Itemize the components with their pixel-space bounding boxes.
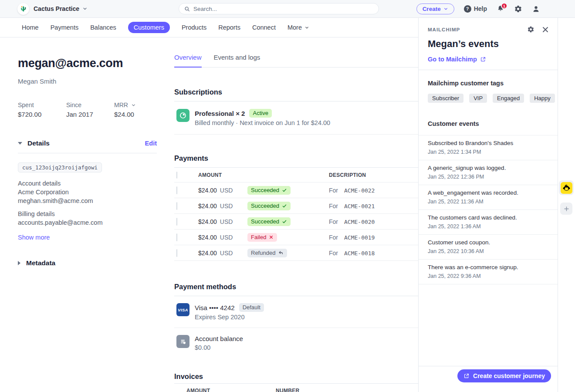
row-checkbox[interactable] [176, 202, 177, 210]
nav-item-connect[interactable]: Connect [252, 24, 276, 31]
check-icon [282, 203, 287, 209]
payment-row[interactable]: $24.00USD Succeeded ForACME-0020 [174, 214, 418, 230]
stat-value: $720.00 [18, 111, 66, 118]
nav-item-products[interactable]: Products [182, 24, 206, 31]
row-checkbox[interactable] [176, 218, 177, 226]
row-checkbox[interactable] [176, 233, 177, 241]
row-checkbox[interactable] [176, 186, 177, 194]
expand-triangle-icon[interactable] [18, 261, 20, 265]
nav-item-customers[interactable]: Customers [128, 22, 170, 33]
card-expiry: Expires Sep 2020 [195, 314, 264, 321]
status-label: Succeeded [251, 187, 279, 194]
visa-icon-text: VISA [178, 308, 188, 312]
payment-methods-heading: Payment methods [174, 282, 418, 291]
mailchimp-app-tile[interactable] [559, 180, 574, 195]
payments-table-header: AMOUNT DESCRIPTION [174, 168, 418, 182]
stat-value: Jan 2017 [66, 111, 114, 118]
chevron-down-icon [443, 7, 448, 11]
create-button[interactable]: Create [416, 3, 454, 14]
user-avatar-icon[interactable] [532, 5, 540, 13]
billing-details-block: Billing details accounts.payable@acme.co… [18, 210, 157, 227]
go-to-mailchimp-link[interactable]: Go to Mailchimp [428, 56, 549, 63]
event-row: The customers card was declined. Jan 25,… [419, 210, 558, 234]
payment-currency: USD [220, 250, 233, 257]
payment-method-row[interactable]: Account balance $0.00 [174, 328, 418, 358]
payment-row[interactable]: $24.00USD Succeeded ForACME-0021 [174, 198, 418, 214]
tab-overview[interactable]: Overview [174, 54, 202, 68]
description-prefix: For [329, 234, 338, 241]
status-label: Succeeded [251, 203, 279, 210]
refund-arrow-icon [278, 250, 284, 256]
nav-item-more[interactable]: More [288, 24, 309, 31]
event-time: Jan 25, 2022 10:36 AM [428, 248, 548, 254]
event-row: There was an e-commerce signup. Jan 25, … [419, 259, 558, 284]
metadata-section-header: Metadata [18, 259, 157, 267]
payment-currency: USD [220, 187, 233, 194]
payment-row[interactable]: $24.00USD Failed ForACME-0019 [174, 230, 418, 245]
description-code: ACME-0018 [344, 250, 375, 257]
payment-amount: $24.00 [198, 234, 217, 241]
edit-details-link[interactable]: Edit [145, 140, 157, 147]
details-section-header: Details Edit [18, 139, 157, 147]
customer-events-title: Customer events [428, 120, 548, 127]
topbar-actions: Create ? Help 1 [379, 3, 575, 14]
mailchimp-freddie-icon [561, 182, 572, 194]
subscriptions-heading: Subscriptions [174, 88, 418, 96]
payment-methods-section: Payment methods VISA Visa •••• 4242 Defa… [174, 282, 418, 358]
collapse-triangle-icon[interactable] [18, 142, 22, 145]
create-customer-journey-button[interactable]: Create customer journey [457, 369, 551, 382]
nav-item-home[interactable]: Home [22, 24, 39, 31]
column-header-description: DESCRIPTION [329, 172, 418, 178]
event-time: Jan 25, 2022 1:34 PM [428, 149, 548, 155]
description-code: ACME-0021 [344, 203, 375, 210]
customer-id-chip[interactable]: cus_123oijq23roijafgowi [18, 162, 102, 172]
panel-settings-gear-icon[interactable] [527, 26, 534, 33]
chevron-down-icon[interactable] [131, 103, 136, 108]
payment-currency: USD [220, 203, 233, 210]
event-row: A generic_signup was logged. Jan 25, 202… [419, 160, 558, 185]
payment-amount: $24.00 [198, 250, 217, 257]
check-icon [282, 188, 287, 193]
stat-spent: Spent $720.00 [18, 101, 66, 118]
billing-email: accounts.payable@acme.com [18, 218, 157, 227]
nav-item-payments[interactable]: Payments [51, 24, 78, 31]
payment-status-badge: Failed [247, 233, 277, 242]
subscription-row[interactable]: Professional × 2 Active Billed monthly ·… [174, 101, 418, 135]
select-all-checkbox[interactable] [176, 172, 177, 179]
nav-item-reports[interactable]: Reports [218, 24, 240, 31]
payment-row[interactable]: $24.00USD Refunded ForACME-0018 [174, 245, 418, 261]
stat-since: Since Jan 2017 [66, 101, 114, 118]
invoices-section: Invoices AMOUNT NUMBER [174, 372, 418, 392]
event-text: Customer used coupon. [428, 239, 548, 246]
add-app-button[interactable] [560, 203, 572, 215]
subscription-name: Professional × 2 [195, 110, 245, 117]
customer-email-title: megan@acme.com [18, 57, 157, 70]
event-row: Subscribed to Brandon's Shades Jan 25, 2… [419, 135, 558, 160]
topbar: Cactus Practice Search... Create ? Help [0, 0, 575, 18]
notifications-button[interactable]: 1 [497, 5, 504, 13]
description-prefix: For [329, 187, 338, 194]
create-button-label: Create [423, 6, 441, 12]
nav-item-balances[interactable]: Balances [90, 24, 116, 31]
account-balance-icon [176, 335, 189, 348]
stat-label: MRR [114, 101, 128, 108]
event-row: Customer used coupon. Jan 25, 2022 10:36… [419, 234, 558, 259]
column-header-number: NUMBER [276, 388, 418, 392]
balance-amount: $0.00 [195, 344, 243, 351]
org-switcher[interactable]: Cactus Practice [0, 3, 179, 15]
show-more-link[interactable]: Show more [18, 234, 157, 241]
help-label: Help [474, 5, 487, 12]
customer-tag: Subscriber [428, 94, 463, 103]
payment-row[interactable]: $24.00USD Succeeded ForACME-0022 [174, 182, 418, 198]
search-input[interactable]: Search... [179, 3, 379, 14]
help-button[interactable]: ? Help [464, 5, 487, 13]
customer-name: Megan Smith [18, 78, 157, 85]
settings-gear-icon[interactable] [514, 5, 522, 13]
payment-method-row[interactable]: VISA Visa •••• 4242 Default Expires Sep … [174, 296, 418, 328]
row-checkbox[interactable] [176, 249, 177, 257]
invoices-table-header: AMOUNT NUMBER [174, 384, 418, 392]
tab-events-and-logs[interactable]: Events and logs [214, 54, 260, 67]
close-icon[interactable] [542, 26, 549, 33]
customer-events-list: Subscribed to Brandon's Shades Jan 25, 2… [419, 135, 558, 284]
account-details-label: Account details [18, 179, 157, 188]
